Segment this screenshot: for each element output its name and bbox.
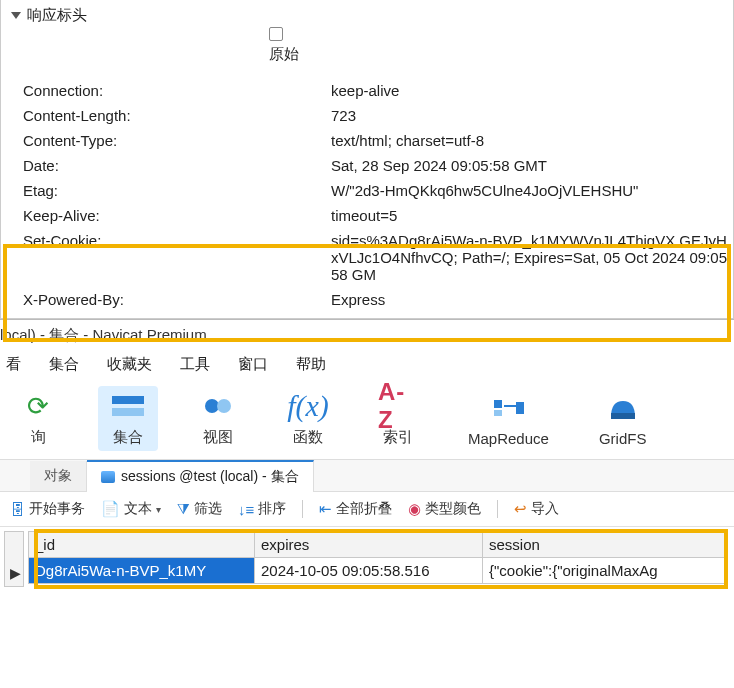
header-value: text/html; charset=utf-8: [331, 132, 733, 149]
header-key: Content-Length:: [1, 107, 331, 124]
header-value: keep-alive: [331, 82, 733, 99]
header-row-set-cookie: Set-Cookie:sid=s%3ADg8rAi5Wa-n-BVP_k1MYW…: [1, 228, 733, 287]
header-row: Date:Sat, 28 Sep 2024 09:05:58 GMT: [1, 153, 733, 178]
text-icon: 📄: [101, 500, 120, 518]
refresh-icon: ⟳: [18, 390, 58, 422]
action-bar: 🗄开始事务 📄文本▾ ⧩筛选 ↓≡排序 ⇤全部折叠 ◉类型颜色 ↩导入: [0, 492, 734, 527]
svg-point-2: [205, 399, 219, 413]
sort-icon: ↓≡: [238, 501, 254, 518]
gridfs-icon: [603, 392, 643, 424]
header-key: X-Powered-By:: [1, 291, 331, 308]
headers-list: Connection:keep-alive Content-Length:723…: [1, 74, 733, 318]
raw-label: 原始: [269, 45, 299, 64]
svg-rect-6: [516, 402, 524, 414]
toolbar-label: 集合: [113, 428, 143, 447]
tab-sessions[interactable]: sessions @test (local) - 集合: [87, 460, 314, 492]
header-row: Etag:W/"2d3-HmQKkq6hw5CUlne4JoOjVLEHSHU": [1, 178, 733, 203]
toolbar-gridfs[interactable]: GridFS: [589, 388, 657, 451]
toolbar-label: 索引: [383, 428, 413, 447]
header-key: Keep-Alive:: [1, 207, 331, 224]
toolbar-label: 询: [31, 428, 46, 447]
header-row: X-Powered-By:Express: [1, 287, 733, 312]
cell-expires[interactable]: 2024-10-05 09:05:58.516: [255, 558, 483, 584]
cell-session[interactable]: {"cookie":{"originalMaxAg: [483, 558, 725, 584]
table-row[interactable]: Dg8rAi5Wa-n-BVP_k1MY 2024-10-05 09:05:58…: [29, 558, 725, 584]
separator: [497, 500, 498, 518]
header-row: Connection:keep-alive: [1, 78, 733, 103]
toolbar: ⟳ 询 集合 视图 f(x) 函数 A-Z 索引 MapReduc: [0, 380, 734, 460]
action-type-color[interactable]: ◉类型颜色: [408, 500, 481, 518]
chevron-down-icon: ▾: [156, 504, 161, 515]
filter-icon: ⧩: [177, 500, 190, 518]
col-session[interactable]: session: [483, 532, 725, 558]
action-start-tx[interactable]: 🗄开始事务: [10, 500, 85, 518]
header-value: W/"2d3-HmQKkq6hw5CUlne4JoOjVLEHSHU": [331, 182, 733, 199]
header-row: Keep-Alive:timeout=5: [1, 203, 733, 228]
raw-checkbox[interactable]: [269, 27, 283, 41]
tab-bar: 对象 sessions @test (local) - 集合: [0, 460, 734, 492]
data-grid: ▶ _id expires session Dg8rAi5Wa-n-BVP_k1…: [28, 531, 726, 584]
menu-favorites[interactable]: 收藏夹: [107, 355, 152, 374]
svg-rect-4: [494, 400, 502, 408]
header-key: Connection:: [1, 82, 331, 99]
tab-label: sessions @test (local) - 集合: [121, 468, 299, 486]
response-headers-panel: 响应标头 原始 Connection:keep-alive Content-Le…: [0, 0, 734, 319]
collection-icon: [108, 390, 148, 422]
action-text[interactable]: 📄文本▾: [101, 500, 161, 518]
row-pointer-icon: ▶: [10, 565, 21, 581]
toolbar-view[interactable]: 视图: [188, 386, 248, 451]
import-icon: ↩: [514, 500, 527, 518]
menu-bar: 看 集合 收藏夹 工具 窗口 帮助: [0, 351, 734, 380]
color-icon: ◉: [408, 500, 421, 518]
toolbar-label: GridFS: [599, 430, 647, 447]
toolbar-index[interactable]: A-Z 索引: [368, 386, 428, 451]
header-value: timeout=5: [331, 207, 733, 224]
col-id[interactable]: _id: [29, 532, 255, 558]
mapreduce-icon: [488, 392, 528, 424]
index-icon: A-Z: [378, 390, 418, 422]
svg-rect-0: [112, 396, 144, 404]
header-key: Etag:: [1, 182, 331, 199]
action-sort[interactable]: ↓≡排序: [238, 500, 286, 518]
toolbar-refresh[interactable]: ⟳ 询: [8, 386, 68, 451]
toolbar-collection[interactable]: 集合: [98, 386, 158, 451]
grid-header-row: _id expires session: [29, 532, 725, 558]
toolbar-function[interactable]: f(x) 函数: [278, 386, 338, 451]
toolbar-label: 函数: [293, 428, 323, 447]
action-collapse-all[interactable]: ⇤全部折叠: [319, 500, 392, 518]
response-headers-title[interactable]: 响应标头: [11, 6, 723, 25]
header-value: Sat, 28 Sep 2024 09:05:58 GMT: [331, 157, 733, 174]
collapse-icon: ⇤: [319, 500, 332, 518]
separator: [302, 500, 303, 518]
toolbar-mapreduce[interactable]: MapReduce: [458, 388, 559, 451]
toolbar-label: MapReduce: [468, 430, 549, 447]
window-title: local) - 集合 - Navicat Premium: [0, 320, 734, 351]
action-filter[interactable]: ⧩筛选: [177, 500, 222, 518]
navicat-window: local) - 集合 - Navicat Premium 看 集合 收藏夹 工…: [0, 319, 734, 584]
action-import[interactable]: ↩导入: [514, 500, 559, 518]
menu-window[interactable]: 窗口: [238, 355, 268, 374]
menu-collection[interactable]: 集合: [49, 355, 79, 374]
toolbar-label: 视图: [203, 428, 233, 447]
disclosure-triangle-icon[interactable]: [11, 12, 21, 19]
header-key: Set-Cookie:: [1, 232, 331, 249]
svg-point-3: [217, 399, 231, 413]
collection-icon: [101, 471, 115, 483]
db-icon: 🗄: [10, 501, 25, 518]
cell-id[interactable]: Dg8rAi5Wa-n-BVP_k1MY: [29, 558, 255, 584]
header-value: 723: [331, 107, 733, 124]
svg-rect-7: [611, 413, 635, 419]
tab-objects[interactable]: 对象: [30, 461, 87, 491]
svg-rect-1: [112, 408, 144, 416]
header-value: Express: [331, 291, 733, 308]
header-row: Content-Type:text/html; charset=utf-8: [1, 128, 733, 153]
col-expires[interactable]: expires: [255, 532, 483, 558]
menu-help[interactable]: 帮助: [296, 355, 326, 374]
menu-view[interactable]: 看: [6, 355, 21, 374]
svg-rect-5: [494, 410, 502, 416]
menu-tools[interactable]: 工具: [180, 355, 210, 374]
function-icon: f(x): [288, 390, 328, 422]
view-icon: [198, 390, 238, 422]
header-row: Content-Length:723: [1, 103, 733, 128]
header-key: Date:: [1, 157, 331, 174]
